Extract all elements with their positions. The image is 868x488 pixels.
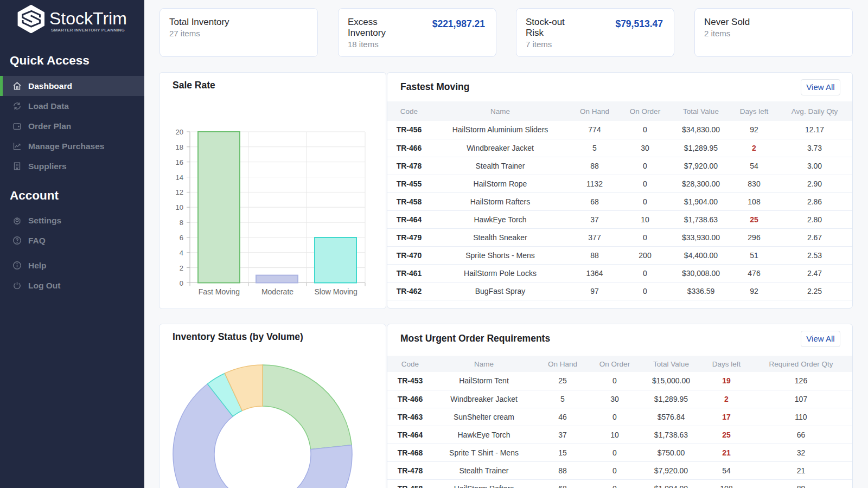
svg-text:8: 8 (180, 219, 183, 227)
svg-text:Moderate: Moderate (261, 287, 293, 296)
svg-text:0: 0 (180, 279, 183, 287)
svg-text:18: 18 (176, 143, 183, 151)
svg-text:6: 6 (180, 234, 183, 242)
svg-text:2: 2 (180, 264, 183, 272)
svg-text:12: 12 (176, 188, 183, 196)
svg-text:Fast Moving: Fast Moving (199, 287, 240, 296)
svg-text:16: 16 (176, 158, 183, 166)
svg-text:14: 14 (176, 174, 183, 182)
svg-text:10: 10 (176, 203, 183, 211)
svg-text:4: 4 (180, 249, 183, 257)
svg-text:Slow Moving: Slow Moving (315, 287, 358, 296)
svg-text:20: 20 (176, 128, 183, 136)
